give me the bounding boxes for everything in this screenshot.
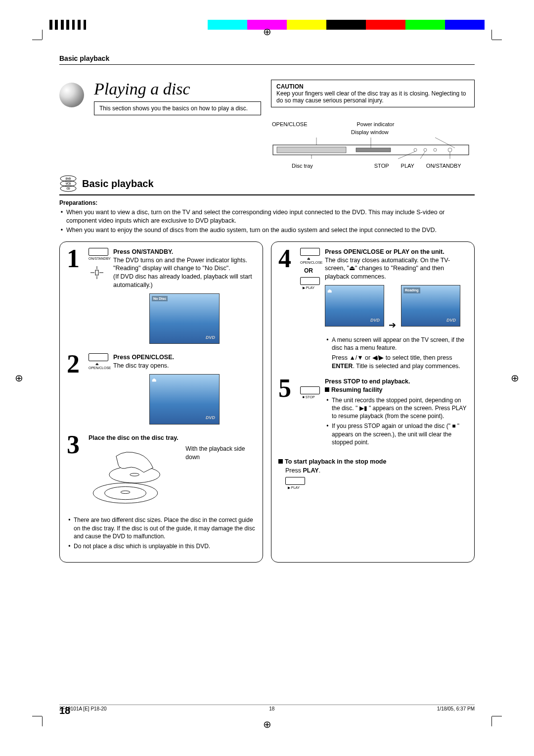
diagram-label: ON/STANDBY	[426, 163, 461, 169]
svg-point-26	[105, 487, 146, 500]
disc-tray-illustration	[89, 445, 180, 509]
caution-box: CAUTION Keep your fingers well clear of …	[271, 80, 475, 107]
step-number: 3	[67, 434, 84, 510]
note-item: There are two different disc sizes. Plac…	[74, 516, 256, 540]
step-number: 5	[278, 378, 295, 448]
open-close-button-icon: ⏏ OPEN/CLOSE	[89, 353, 105, 427]
note-item: Do not place a disc which is unplayable …	[74, 542, 256, 550]
start-playback-text: Press PLAY.	[285, 467, 467, 474]
svg-rect-2	[356, 148, 391, 152]
resuming-facility-heading: Resuming facility	[325, 386, 467, 394]
step-text: The DVD turns on and the Power indicator…	[113, 256, 256, 265]
step-number: 4	[278, 248, 295, 371]
step-text: "Reading" display will change to "No Dis…	[113, 264, 256, 273]
dvd-player-illustration	[272, 135, 470, 160]
diagram-label: PLAY	[401, 163, 414, 169]
footer-right: 1/18/05, 6:37 PM	[437, 706, 475, 711]
svg-point-6	[448, 148, 452, 152]
tv-screen-illustration: Reading DVD	[401, 285, 460, 327]
registration-mark-icon: ⊕	[511, 372, 519, 384]
svg-point-5	[434, 148, 437, 151]
svg-point-25	[93, 483, 157, 503]
steps-column-right: 4 ⏏ OPEN/CLOSE OR ▶ PLAY Press OPEN/CLOS…	[271, 241, 475, 563]
step-note: Press ▲/▼ or ◀/▶ to select title, then p…	[325, 354, 467, 371]
left-notes-list: There are two different disc sizes. Plac…	[67, 516, 256, 550]
preparations-list: When you want to view a disc, turn on th…	[59, 208, 475, 235]
stop-button-icon: ■ STOP	[300, 386, 317, 448]
crop-mark	[482, 707, 492, 716]
diagram-label: STOP	[374, 163, 389, 169]
diagram-label: OPEN/CLOSE	[272, 121, 308, 127]
disc-types-icon: DVD VCD CD	[59, 175, 77, 192]
play-button-icon: ▶ PLAY	[285, 477, 302, 490]
svg-text:CD: CD	[66, 187, 70, 190]
step-title: Press STOP to end playback.	[325, 378, 467, 386]
steps-column-left: 1 ON/STANDBY Press ON/STANDBY	[59, 241, 263, 563]
tv-screen-illustration: No Disc DVD	[149, 293, 220, 344]
svg-point-28	[109, 467, 160, 483]
caution-text: Keep your fingers well clear of the disc…	[276, 90, 469, 104]
svg-rect-20	[95, 270, 98, 275]
svg-point-4	[424, 148, 427, 151]
crop-mark	[42, 40, 52, 49]
footer-center: 18	[269, 706, 274, 711]
crop-mark	[482, 40, 492, 49]
preparation-item: When you want to enjoy the sound of disc…	[66, 226, 475, 235]
preparations-heading: Preparations:	[59, 199, 475, 206]
step-title: Place the disc on the disc tray.	[89, 434, 256, 442]
header-section-label: Basic playback	[59, 54, 475, 62]
tv-screen-illustration: ⏏ DVD	[149, 374, 220, 425]
print-footer: 2F10101A [E] P18-20 18 1/18/05, 6:37 PM	[59, 705, 475, 711]
crop-mark	[42, 707, 52, 716]
registration-mark-icon: ⊕	[15, 372, 23, 384]
step-3: 3 Place the disc on the disc tray.	[67, 434, 256, 510]
step-number: 2	[67, 353, 84, 427]
diagram-label: Disc tray	[292, 163, 313, 169]
resuming-bullet: The unit records the stopped point, depe…	[332, 396, 467, 421]
resuming-bullet: If you press STOP again or unload the di…	[332, 422, 467, 446]
step-5: 5 ■ STOP Press STOP to end playback. Res…	[278, 378, 467, 448]
step-title: Press OPEN/CLOSE.	[113, 353, 256, 362]
start-playback-heading: To start playback in the stop mode	[278, 458, 467, 465]
decorative-sphere-icon	[59, 83, 84, 107]
svg-rect-1	[277, 147, 346, 153]
svg-text:VCD: VCD	[66, 182, 71, 185]
registration-mark-icon: ⊕	[263, 26, 271, 38]
tv-screen-illustration: ⏏ DVD	[325, 285, 384, 327]
diagram-label: Power indicator	[357, 121, 395, 127]
header-rule	[59, 64, 475, 65]
subtitle-box: This section shows you the basics on how…	[94, 101, 261, 115]
svg-point-3	[414, 148, 417, 151]
step-1: 1 ON/STANDBY Press ON/STANDBY	[67, 248, 256, 346]
step-number: 1	[67, 248, 84, 346]
on-standby-button-icon: ON/STANDBY	[89, 248, 105, 346]
svg-text:DVD: DVD	[66, 177, 71, 180]
arrow-right-icon: ➔	[389, 319, 396, 331]
page-title: Playing a disc	[94, 80, 261, 98]
player-diagram: OPEN/CLOSE Power indicator Display windo…	[272, 121, 475, 169]
step-note: A menu screen will appear on the TV scre…	[332, 336, 467, 352]
footer-left: 2F10101A [E] P18-20	[59, 706, 107, 711]
step-text: (If DVD disc has already loaded, playbac…	[113, 273, 256, 289]
svg-line-9	[435, 138, 455, 148]
step-title: Press OPEN/CLOSE or PLAY on the unit.	[325, 248, 467, 256]
svg-point-27	[121, 491, 130, 494]
step-text: With the playback side down	[185, 445, 256, 509]
registration-mark-icon: ⊕	[263, 718, 271, 730]
section-rule	[59, 194, 475, 195]
preparation-item: When you want to view a disc, turn on th…	[66, 208, 475, 225]
section-title: Basic playback	[82, 178, 154, 189]
step-text: The disc tray opens.	[113, 362, 256, 370]
step-2: 2 ⏏ OPEN/CLOSE Press OPEN/CLOSE. The dis…	[67, 353, 256, 427]
open-close-play-buttons-icon: ⏏ OPEN/CLOSE OR ▶ PLAY	[300, 248, 317, 371]
step-title: Press ON/STANDBY.	[113, 248, 256, 256]
step-text: The disc tray closes automatically. On t…	[325, 256, 467, 282]
step-4: 4 ⏏ OPEN/CLOSE OR ▶ PLAY Press OPEN/CLOS…	[278, 248, 467, 371]
caution-heading: CAUTION	[276, 83, 469, 90]
diagram-label: Display window	[351, 129, 475, 135]
